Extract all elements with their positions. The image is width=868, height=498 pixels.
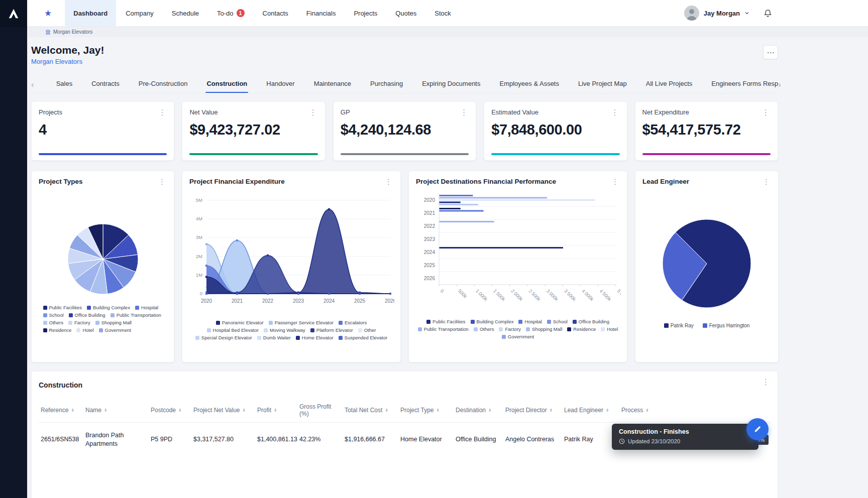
sort-arrows-icon[interactable]: ▲▼ bbox=[104, 408, 107, 413]
notifications-bell-icon[interactable] bbox=[763, 9, 773, 18]
kebab-menu-icon[interactable]: ⋮ bbox=[459, 108, 469, 116]
nav-item-financials[interactable]: Financials bbox=[298, 0, 345, 26]
column-header-process[interactable]: Process▲▼ bbox=[619, 400, 771, 423]
kpi-card-net-expenditure: Net Expenditure⋮$54,417,575.72 bbox=[635, 101, 778, 161]
breadcrumb-company[interactable]: Morgan Elevators bbox=[53, 29, 92, 35]
area-series-passenger-service-elevator[interactable] bbox=[206, 240, 390, 294]
edit-fab-button[interactable] bbox=[746, 418, 769, 440]
svg-text:2024: 2024 bbox=[424, 250, 436, 255]
page-more-button[interactable]: ⋯ bbox=[763, 45, 778, 59]
chevron-down-icon[interactable] bbox=[744, 11, 749, 15]
nav-item-schedule[interactable]: Schedule bbox=[163, 0, 207, 26]
legend-swatch bbox=[339, 321, 343, 325]
column-header-project-type[interactable]: Project Type▲▼ bbox=[398, 400, 454, 423]
sort-arrows-icon[interactable]: ▲▼ bbox=[550, 408, 553, 413]
chart-card-financial-expenditure: Project Financial Expenditure ⋮ 01M2M3M4… bbox=[182, 171, 401, 362]
column-header-reference[interactable]: Reference▲▼ bbox=[39, 400, 83, 423]
kebab-menu-icon[interactable]: ⋮ bbox=[384, 178, 393, 185]
hbar-2022-public-transportation[interactable] bbox=[440, 221, 494, 222]
kebab-menu-icon[interactable]: ⋮ bbox=[308, 108, 318, 116]
hbar-2020-others[interactable] bbox=[440, 204, 478, 205]
project-types-legend: Public FacilitiesBuilding ComplexHospita… bbox=[43, 305, 163, 333]
hbar-2020-public-facilities[interactable] bbox=[440, 202, 461, 203]
kebab-menu-icon[interactable]: ⋮ bbox=[157, 108, 167, 116]
hbar-2020-hotel[interactable] bbox=[440, 199, 595, 201]
cell-gross-profit: 42.23% bbox=[297, 423, 343, 457]
sort-arrows-icon[interactable]: ▲▼ bbox=[243, 408, 246, 413]
tabs-scroll-right-chevron-icon[interactable]: › bbox=[778, 80, 783, 93]
svg-text:4 000k: 4 000k bbox=[581, 288, 595, 302]
hbar-2021-residence[interactable] bbox=[440, 208, 461, 209]
svg-text:2M: 2M bbox=[196, 254, 202, 259]
legend-label: Office Building bbox=[75, 312, 105, 318]
nav-item-company[interactable]: Company bbox=[117, 0, 162, 26]
sort-arrows-icon[interactable]: ▲▼ bbox=[488, 408, 491, 413]
legend-label: Escalators bbox=[345, 320, 367, 325]
favorites-star-icon[interactable]: ★ bbox=[44, 9, 52, 18]
legend-label: Public Facilities bbox=[432, 319, 465, 324]
legend-label: Public Facilities bbox=[49, 305, 82, 310]
types-legend-item-public-transportation: Public Transportation bbox=[111, 312, 161, 318]
column-header-destination[interactable]: Destination▲▼ bbox=[454, 400, 503, 423]
chart-card-destinations-performance: Project Destinations Financial Performan… bbox=[408, 171, 627, 362]
sort-arrows-icon[interactable]: ▲▼ bbox=[436, 408, 439, 413]
tab-sales[interactable]: Sales bbox=[55, 80, 74, 93]
kebab-menu-icon[interactable]: ⋮ bbox=[157, 178, 167, 185]
nav-item-contacts[interactable]: Contacts bbox=[254, 0, 297, 26]
kpi-value: $9,423,727.02 bbox=[189, 121, 317, 138]
nav-item-label: To-do bbox=[217, 10, 234, 17]
kebab-menu-icon[interactable]: ⋮ bbox=[610, 108, 620, 116]
legend-swatch bbox=[573, 320, 577, 324]
sort-arrows-icon[interactable]: ▲▼ bbox=[385, 408, 388, 413]
hbar-2024-public-facilities[interactable] bbox=[440, 247, 563, 248]
svg-text:1 000k: 1 000k bbox=[475, 288, 489, 302]
legend-swatch bbox=[43, 306, 47, 310]
nav-item-to-do[interactable]: To-do1 bbox=[208, 0, 253, 26]
column-header-project-director[interactable]: Project Director▲▼ bbox=[503, 400, 562, 423]
kebab-menu-icon[interactable]: ⋮ bbox=[610, 178, 620, 185]
nav-item-dashboard[interactable]: Dashboard bbox=[65, 0, 116, 26]
tab-maintenance[interactable]: Maintenance bbox=[313, 80, 352, 93]
column-header-gross-profit: Gross Profit (%) bbox=[297, 400, 343, 423]
tab-expiring-documents[interactable]: Expiring Documents bbox=[421, 80, 481, 93]
sort-arrows-icon[interactable]: ▲▼ bbox=[606, 408, 609, 413]
nav-item-quotes[interactable]: Quotes bbox=[387, 0, 425, 26]
tab-handover[interactable]: Handover bbox=[265, 80, 295, 93]
tab-pre-construction[interactable]: Pre-Construction bbox=[138, 80, 189, 93]
sort-arrows-icon[interactable]: ▲▼ bbox=[274, 408, 277, 413]
tab-purchasing[interactable]: Purchasing bbox=[369, 80, 404, 93]
column-header-postcode[interactable]: Postcode▲▼ bbox=[149, 400, 191, 423]
sort-desc-icon: ▼ bbox=[274, 410, 277, 413]
hbar-2020-hospital[interactable] bbox=[440, 195, 473, 196]
tab-construction[interactable]: Construction bbox=[205, 80, 248, 93]
column-header-total-net-cost[interactable]: Total Net Cost▲▼ bbox=[343, 400, 398, 423]
tab-engineers-forms-respon[interactable]: Engineers Forms Respon bbox=[710, 80, 778, 93]
column-header-project-net-value[interactable]: Project Net Value▲▼ bbox=[191, 400, 255, 423]
tab-contracts[interactable]: Contracts bbox=[90, 80, 121, 93]
company-link[interactable]: Morgan Elevators bbox=[31, 58, 82, 65]
tab-live-project-map[interactable]: Live Project Map bbox=[577, 80, 628, 93]
hbar-2021-hospital[interactable] bbox=[440, 210, 484, 212]
sort-arrows-icon[interactable]: ▲▼ bbox=[645, 408, 648, 413]
column-header-name[interactable]: Name▲▼ bbox=[83, 400, 149, 423]
hbar-2020-public-transportation[interactable] bbox=[440, 197, 548, 199]
nav-item-projects[interactable]: Projects bbox=[345, 0, 386, 26]
kebab-menu-icon[interactable]: ⋮ bbox=[761, 378, 771, 386]
column-header-lead-engineer[interactable]: Lead Engineer▲▼ bbox=[562, 400, 619, 423]
sort-arrows-icon[interactable]: ▲▼ bbox=[178, 408, 181, 413]
sort-arrows-icon[interactable]: ▲▼ bbox=[71, 408, 74, 413]
tab-employees-assets[interactable]: Employees & Assets bbox=[498, 80, 560, 93]
tab-all-live-projects[interactable]: All Live Projects bbox=[645, 80, 693, 93]
legend-label: Hospital Bed Elevator bbox=[213, 327, 259, 333]
toast-notification[interactable]: Construction - Finishes Updated 23/10/20… bbox=[612, 424, 758, 450]
kebab-menu-icon[interactable]: ⋮ bbox=[761, 108, 771, 116]
kebab-menu-icon[interactable]: ⋮ bbox=[762, 178, 771, 185]
user-avatar[interactable] bbox=[684, 6, 699, 21]
tabs-scroll-left-chevron-icon[interactable]: ‹ bbox=[31, 80, 36, 93]
nav-item-stock[interactable]: Stock bbox=[426, 0, 460, 26]
legend-swatch bbox=[68, 321, 72, 325]
legend-swatch bbox=[99, 328, 103, 332]
app-logo[interactable] bbox=[0, 0, 27, 27]
user-name[interactable]: Jay Morgan bbox=[704, 10, 740, 17]
column-header-profit[interactable]: Profit▲▼ bbox=[255, 400, 297, 423]
